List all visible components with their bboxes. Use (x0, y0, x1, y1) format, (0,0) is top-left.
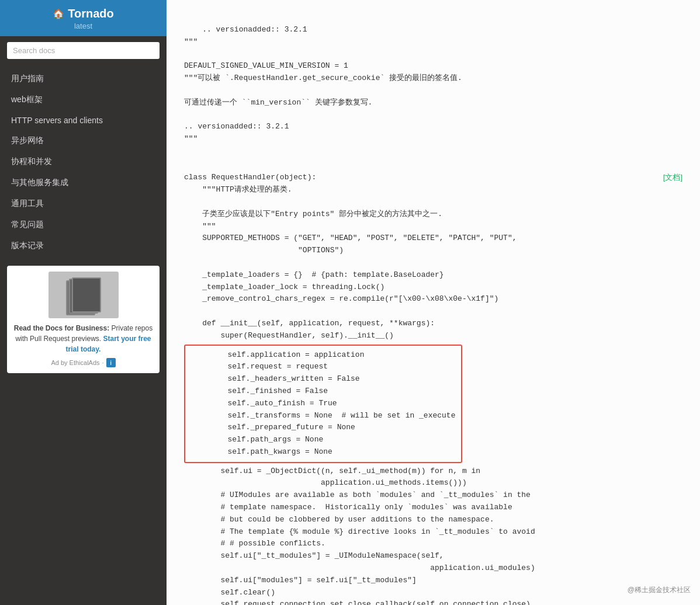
sidebar: 🏠 Tornado latest 用户指南web框架HTTP servers a… (0, 0, 167, 605)
sidebar-title: Tornado (68, 7, 114, 20)
init-def-line: def __init__(self, application, request,… (184, 305, 682, 342)
sidebar-item-user-guide[interactable]: 用户指南 (0, 68, 167, 89)
sidebar-item-utilities[interactable]: 通用工具 (0, 193, 167, 214)
sidebar-item-integrations[interactable]: 与其他服务集成 (0, 172, 167, 193)
sidebar-item-http-servers[interactable]: HTTP servers and clients (0, 110, 167, 130)
sidebar-ad-footer: Ad by EthicalAds · i (13, 358, 154, 367)
sidebar-logo-line: 🏠 Tornado (9, 7, 157, 20)
sidebar-item-web-framework[interactable]: web框架 (0, 89, 167, 110)
top-code-block: .. versionadded:: 3.2.1 """ DEFAULT_SIGN… (184, 12, 682, 169)
highlighted-code-1: self.application = application self.requ… (191, 349, 455, 458)
after-highlight-1: self.ui = _ObjectDict((n, self._ui_metho… (184, 465, 682, 605)
sidebar-ad: Read the Docs for Business: Private repo… (7, 266, 160, 373)
page-icon-3 (72, 277, 101, 312)
home-icon: 🏠 (53, 8, 64, 19)
class-header-row: class RequestHandler(object): """HTTP请求处… (184, 172, 682, 305)
dot-separator: · (102, 359, 104, 366)
search-box-wrapper (0, 36, 167, 65)
main-content: .. versionadded:: 3.2.1 """ DEFAULT_SIGN… (167, 0, 700, 605)
sidebar-ad-headline: Read the Docs for Business: (14, 324, 109, 332)
watermark: @稀土掘金技术社区 (628, 585, 691, 596)
sidebar-ad-image (48, 272, 119, 318)
highlighted-block-1: self.application = application self.requ… (184, 345, 462, 463)
stacked-pages-icon (63, 277, 104, 312)
version-added-1: .. versionadded:: 3.2.1 """ DEFAULT_SIGN… (184, 25, 462, 143)
sidebar-ad-footer-text: Ad by EthicalAds (51, 359, 99, 366)
sidebar-item-async-net[interactable]: 异步网络 (0, 130, 167, 151)
doc-link-1[interactable]: [文档] (663, 172, 682, 184)
search-input[interactable] (7, 42, 160, 59)
sidebar-version: latest (9, 22, 157, 30)
class-def-line: class RequestHandler(object): """HTTP请求处… (184, 172, 682, 305)
sidebar-nav: 用户指南web框架HTTP servers and clients异步网络协程和… (0, 65, 167, 260)
sidebar-item-coroutines[interactable]: 协程和并发 (0, 151, 167, 172)
sidebar-item-changelog[interactable]: 版本记录 (0, 235, 167, 256)
sidebar-header: 🏠 Tornado latest (0, 0, 167, 36)
sidebar-ad-text: Read the Docs for Business: Private repo… (13, 323, 154, 354)
ethical-ads-badge: i (106, 358, 116, 367)
sidebar-item-faq[interactable]: 常见问题 (0, 214, 167, 235)
